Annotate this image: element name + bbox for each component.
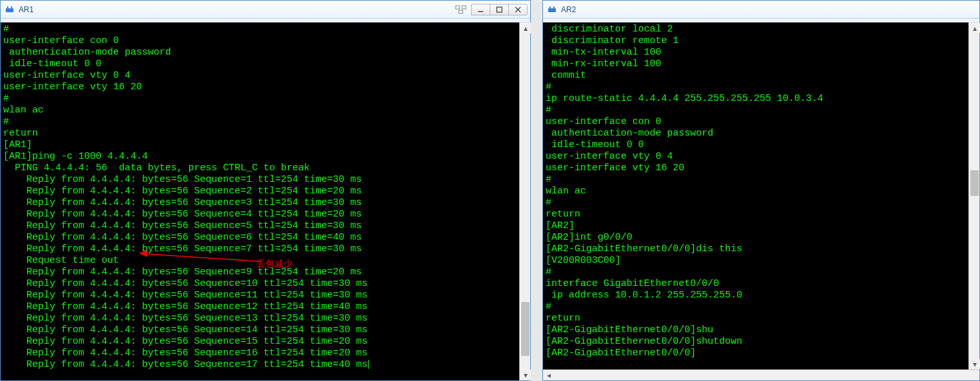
scroll-down-icon[interactable]: ▾ (520, 369, 531, 380)
terminal-line: # (546, 174, 966, 186)
terminal-line: Reply from 4.4.4.4: bytes=56 Sequence=15… (3, 336, 517, 348)
svg-rect-0 (6, 8, 13, 12)
svg-rect-3 (456, 6, 459, 9)
terminal-line: Reply from 4.4.4.4: bytes=56 Sequence=6 … (3, 232, 517, 244)
terminal-line: Request time out (3, 255, 517, 267)
terminal-line: min-rx-interval 100 (546, 58, 966, 70)
terminal-line: ip address 10.0.1.2 255.255.255.0 (546, 290, 966, 301)
terminal-line: user-interface vty 16 20 (3, 82, 517, 93)
hscroll-track[interactable] (554, 370, 979, 381)
terminal-line: [AR2]int g0/0/0 (546, 232, 966, 244)
restore-position-icon[interactable] (454, 4, 468, 15)
terminal-ar1[interactable]: #user-interface con 0 authentication-mod… (1, 22, 519, 380)
terminal-line: Reply from 4.4.4.4: bytes=56 Sequence=3 … (3, 197, 517, 209)
terminal-line: # (546, 197, 966, 209)
terminal-line: PING 4.4.4.4: 56 data bytes, press CTRL_… (3, 163, 517, 174)
svg-rect-13 (549, 6, 551, 9)
svg-rect-14 (553, 6, 555, 9)
terminal-line: user-interface con 0 (546, 116, 966, 128)
terminal-line: [AR1] (3, 139, 517, 151)
svg-rect-7 (497, 7, 502, 12)
terminal-line: Reply from 4.4.4.4: bytes=56 Sequence=1 … (3, 174, 517, 186)
svg-rect-1 (7, 6, 8, 9)
terminal-line: [AR2-GigabitEthernet0/0/0]shu (546, 324, 966, 336)
terminal-line: Reply from 4.4.4.4: bytes=56 Sequence=11… (3, 290, 517, 301)
scrollbar-thumb[interactable] (521, 302, 530, 356)
terminal-line: Reply from 4.4.4.4: bytes=56 Sequence=5 … (3, 220, 517, 232)
terminal-line: wlan ac (3, 105, 517, 116)
terminal-line: Reply from 4.4.4.4: bytes=56 Sequence=14… (3, 324, 517, 336)
terminal-line: Reply from 4.4.4.4: bytes=56 Sequence=2 … (3, 186, 517, 197)
scroll-up-icon[interactable]: ▴ (520, 22, 531, 33)
svg-rect-5 (459, 10, 463, 13)
router-icon (547, 4, 557, 15)
terminal-ar2[interactable]: discriminator local 2 discriminator remo… (543, 22, 968, 369)
window-ar2: AR2 discriminator local 2 discriminator … (542, 0, 980, 381)
router-icon (4, 4, 15, 15)
terminal-line: Reply from 4.4.4.4: bytes=56 Sequence=4 … (3, 209, 517, 220)
terminal-line: Reply from 4.4.4.4: bytes=56 Sequence=10… (3, 278, 517, 290)
svg-rect-4 (462, 6, 466, 9)
terminal-line: ip route-static 4.4.4.4 255.255.255.255 … (546, 93, 966, 105)
terminal-line: return (546, 313, 966, 324)
terminal-line: [AR1]ping -c 1000 4.4.4.4 (3, 151, 517, 163)
maximize-button[interactable] (490, 4, 509, 15)
titlebar-ar1[interactable]: AR1 (1, 1, 530, 19)
terminal-line: Reply from 4.4.4.4: bytes=56 Sequence=16… (3, 348, 517, 359)
terminal-line: # (3, 116, 517, 128)
terminal-line: # (546, 267, 966, 278)
terminal-line: [AR2] (546, 220, 966, 232)
scroll-up-icon[interactable]: ▴ (969, 22, 980, 33)
terminal-line: [V200R003C00] (546, 255, 966, 267)
terminal-line: return (546, 209, 966, 220)
terminal-line: authentication-mode password (546, 128, 966, 139)
window-ar1: AR1 #user-interface con 0 authentication… (0, 0, 531, 381)
terminal-line: # (3, 93, 517, 105)
scrollbar-thumb[interactable] (970, 170, 979, 196)
terminal-line: wlan ac (546, 186, 966, 197)
terminal-line: return (3, 128, 517, 139)
terminal-line: user-interface vty 16 20 (546, 163, 966, 174)
window-title: AR2 (561, 5, 576, 14)
terminal-line: authentication-mode password (3, 47, 517, 58)
terminal-line: idle-timeout 0 0 (546, 139, 966, 151)
vertical-scrollbar[interactable]: ▴ ▾ (968, 22, 979, 369)
svg-rect-12 (548, 8, 556, 12)
terminal-line: # (546, 105, 966, 116)
window-controls (454, 4, 528, 15)
vertical-scrollbar[interactable]: ▴ ▾ (519, 22, 530, 380)
terminal-line: Reply from 4.4.4.4: bytes=56 Sequence=7 … (3, 244, 517, 255)
terminal-line: [AR2-GigabitEthernet0/0/0]dis this (546, 244, 966, 255)
close-button[interactable] (508, 4, 528, 15)
minimize-button[interactable] (471, 4, 490, 15)
terminal-line: # (3, 24, 517, 35)
terminal-line: [AR2-GigabitEthernet0/0/0] (546, 348, 966, 359)
terminal-line: # (546, 301, 966, 313)
terminal-line: user-interface vty 0 4 (3, 70, 517, 82)
horizontal-scrollbar[interactable]: ◂ (543, 369, 979, 380)
terminal-line: discriminator remote 1 (546, 35, 966, 47)
terminal-line: Reply from 4.4.4.4: bytes=56 Sequence=17… (3, 359, 517, 371)
terminal-line: # (546, 82, 966, 93)
terminal-line: Reply from 4.4.4.4: bytes=56 Sequence=13… (3, 313, 517, 324)
terminal-line: user-interface vty 0 4 (546, 151, 966, 163)
terminal-line: idle-timeout 0 0 (3, 58, 517, 70)
terminal-line: user-interface con 0 (3, 35, 517, 47)
scroll-down-icon[interactable]: ▾ (969, 359, 980, 369)
terminal-line: commit (546, 70, 966, 82)
terminal-line: [AR2-GigabitEthernet0/0/0]shutdown (546, 336, 966, 348)
titlebar-ar2[interactable]: AR2 (543, 1, 979, 19)
window-title: AR1 (19, 5, 33, 14)
terminal-line: min-tx-interval 100 (546, 47, 966, 58)
scroll-left-icon[interactable]: ◂ (543, 370, 554, 381)
svg-rect-2 (11, 6, 12, 9)
terminal-line: interface GigabitEthernet0/0/0 (546, 278, 966, 290)
text-cursor (368, 360, 369, 369)
terminal-line: discriminator local 2 (546, 24, 966, 35)
terminal-line: Reply from 4.4.4.4: bytes=56 Sequence=12… (3, 301, 517, 313)
terminal-line: Reply from 4.4.4.4: bytes=56 Sequence=9 … (3, 267, 517, 278)
